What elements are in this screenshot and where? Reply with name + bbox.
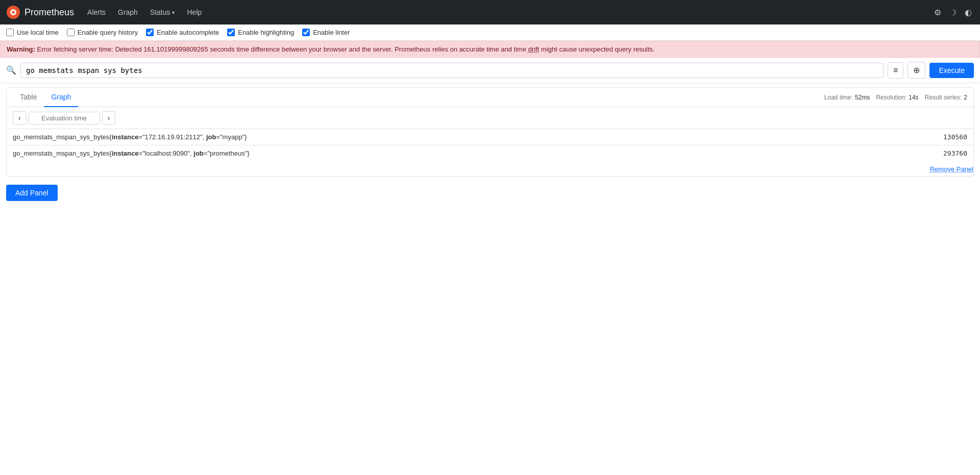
query-bar: 🔍 ≡ ⊕ Execute	[0, 58, 980, 83]
results-table: go_memstats_mspan_sys_bytes{instance="17…	[7, 129, 973, 161]
remove-panel-button[interactable]: Remove Panel	[930, 164, 973, 174]
navbar-right: ⚙ ☽ ◐	[932, 6, 974, 19]
metric-name-2: go_memstats_mspan_sys_bytes{	[13, 149, 112, 157]
metric-name-1: go_memstats_mspan_sys_bytes{	[13, 133, 112, 141]
navbar-nav: Alerts Graph Status Help	[82, 5, 924, 19]
load-time-label: Load time:	[824, 94, 853, 101]
add-panel-wrap: Add Panel	[0, 177, 980, 209]
nav-help[interactable]: Help	[182, 5, 207, 19]
tab-table[interactable]: Table	[13, 88, 44, 107]
result-series-meta: Result series: 2	[925, 94, 967, 101]
remove-panel-row: Remove Panel	[7, 161, 973, 176]
eval-time-row: ‹ ›	[7, 107, 973, 129]
enable-autocomplete-checkbox[interactable]	[146, 29, 154, 36]
execute-button[interactable]: Execute	[929, 63, 974, 78]
enable-autocomplete-label[interactable]: Enable autocomplete	[146, 29, 219, 36]
search-icon: 🔍	[6, 65, 16, 75]
tab-meta: Load time: 52ms Resolution: 14s Result s…	[824, 94, 967, 101]
enable-query-history-text: Enable query history	[78, 29, 138, 36]
metric-cell-2: go_memstats_mspan_sys_bytes{instance="lo…	[7, 145, 850, 162]
warning-banner: Warning: Error fetching server time: Det…	[0, 41, 980, 58]
settings-icon-button[interactable]: ⚙	[932, 6, 943, 19]
enable-autocomplete-text: Enable autocomplete	[157, 29, 219, 36]
warning-text1: Error fetching server time: Detected 161…	[37, 45, 528, 53]
options-bar: Use local time Enable query history Enab…	[0, 24, 980, 41]
warning-drift: drift	[528, 45, 540, 53]
table-row: go_memstats_mspan_sys_bytes{instance="17…	[7, 129, 973, 145]
tab-bar: Table Graph Load time: 52ms Resolution: …	[7, 88, 973, 107]
warning-text2: might cause unexpected query results.	[539, 45, 654, 53]
result-series-value: 2	[964, 94, 967, 101]
tab-graph[interactable]: Graph	[44, 88, 78, 107]
eval-time-input[interactable]	[29, 112, 100, 124]
metric-cell-1: go_memstats_mspan_sys_bytes{instance="17…	[7, 129, 850, 145]
nav-alerts[interactable]: Alerts	[82, 5, 111, 19]
load-time-meta: Load time: 52ms	[824, 94, 870, 101]
resolution-value: 14s	[909, 94, 918, 101]
metric-value-1: 130560	[850, 129, 973, 145]
resolution-meta: Resolution: 14s	[876, 94, 918, 101]
brand-link[interactable]: Prometheus	[6, 5, 74, 19]
enable-highlighting-checkbox[interactable]	[227, 29, 235, 36]
metric-value-2: 293760	[850, 145, 973, 162]
nav-status-btn[interactable]: Status	[145, 5, 180, 19]
enable-linter-text: Enable linter	[313, 29, 350, 36]
enable-query-history-checkbox[interactable]	[67, 29, 75, 36]
nav-status-dropdown[interactable]: Status	[145, 5, 180, 19]
resolution-label: Resolution:	[876, 94, 906, 101]
warning-prefix: Warning:	[7, 45, 35, 53]
format-icon-button[interactable]: ≡	[888, 62, 903, 79]
enable-highlighting-text: Enable highlighting	[238, 29, 294, 36]
enable-highlighting-label[interactable]: Enable highlighting	[227, 29, 294, 36]
navbar: Prometheus Alerts Graph Status Help ⚙ ☽ …	[0, 0, 980, 24]
svg-point-2	[12, 11, 15, 14]
use-local-time-checkbox[interactable]	[6, 29, 14, 36]
table-row: go_memstats_mspan_sys_bytes{instance="lo…	[7, 145, 973, 162]
load-time-value: 52ms	[855, 94, 870, 101]
enable-query-history-label[interactable]: Enable query history	[67, 29, 138, 36]
use-local-time-text: Use local time	[17, 29, 59, 36]
eval-prev-button[interactable]: ‹	[13, 111, 27, 124]
prometheus-logo	[6, 5, 20, 19]
metrics-icon-button[interactable]: ⊕	[908, 62, 925, 79]
panel: Table Graph Load time: 52ms Resolution: …	[6, 87, 974, 177]
enable-linter-checkbox[interactable]	[302, 29, 310, 36]
enable-linter-label[interactable]: Enable linter	[302, 29, 350, 36]
eval-next-button[interactable]: ›	[102, 111, 116, 124]
theme-icon-button[interactable]: ◐	[963, 6, 974, 19]
nav-graph[interactable]: Graph	[113, 5, 143, 19]
moon-icon-button[interactable]: ☽	[947, 6, 959, 19]
use-local-time-label[interactable]: Use local time	[6, 29, 59, 36]
query-input[interactable]	[20, 63, 884, 78]
result-series-label: Result series:	[925, 94, 962, 101]
add-panel-button[interactable]: Add Panel	[6, 185, 58, 201]
brand-name: Prometheus	[24, 7, 74, 18]
